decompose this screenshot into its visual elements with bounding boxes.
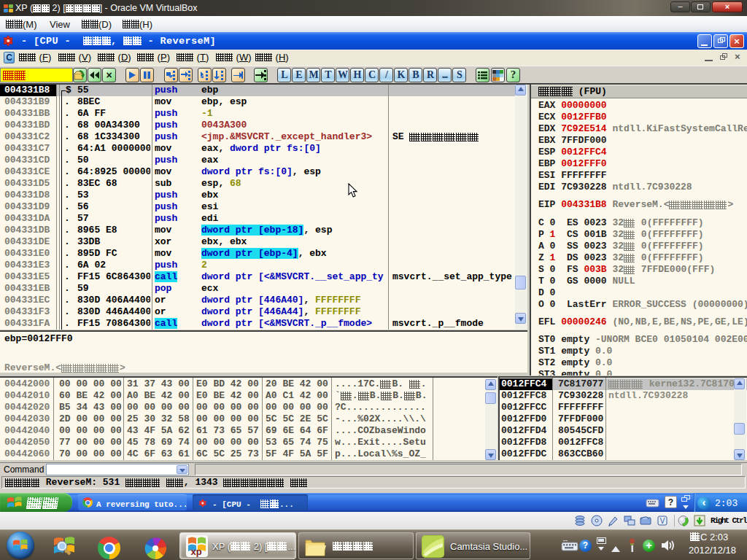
svg-text:xp: xp [190,546,201,557]
svg-text:V: V [660,517,665,525]
